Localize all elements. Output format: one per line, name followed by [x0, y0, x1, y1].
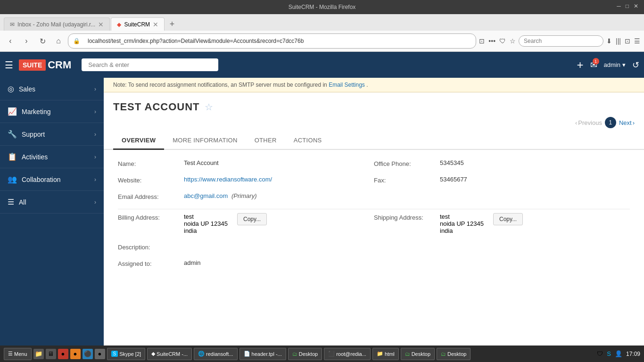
sidebar-item-sales[interactable]: ◎ Sales ›	[0, 78, 104, 100]
sidebar-item-marketing[interactable]: 📈 Marketing ›	[0, 100, 104, 123]
email-settings-link[interactable]: Email Settings	[329, 82, 365, 88]
billing-address-block: test noida UP 12345 india Copy...	[184, 213, 267, 234]
name-label: Name:	[118, 159, 174, 167]
notification-bar: Note: To send record assignment notifica…	[104, 78, 644, 92]
taskbar-desktop3[interactable]: 🗂 Desktop	[437, 348, 471, 360]
taskbar-desktop1[interactable]: 🗂 Desktop	[288, 348, 322, 360]
menu-icon[interactable]: ☰	[634, 37, 640, 45]
section-divider	[118, 209, 630, 209]
account-header: TEST ACCOUNT ☆	[104, 92, 644, 113]
notifications-button[interactable]: ✉ 1	[590, 60, 597, 70]
assigned-to-value: admin	[184, 259, 630, 267]
more-icon[interactable]: •••	[488, 37, 495, 45]
new-tab-button[interactable]: +	[165, 17, 179, 31]
taskbar-suitecrm[interactable]: ◆ SuiteCRM -...	[147, 348, 192, 360]
tab-other[interactable]: OTHER	[246, 132, 285, 150]
favorite-star-icon[interactable]: ☆	[205, 101, 213, 113]
next-button[interactable]: Next ›	[619, 119, 635, 126]
taskbar-menu[interactable]: ☰ Menu	[4, 348, 32, 360]
support-chevron-icon: ›	[94, 131, 96, 138]
copy-billing-button[interactable]: Copy...	[237, 213, 267, 225]
home-button[interactable]: ⌂	[52, 34, 65, 48]
taskbar-menu-icon: ☰	[8, 351, 13, 357]
sidebar: ◎ Sales › 📈 Marketing › 🔧 Support ›	[0, 78, 104, 362]
website-label: Website:	[118, 176, 174, 184]
previous-button[interactable]: ‹ Previous	[575, 119, 602, 126]
browser-tabs: ✉ Inbox - Zoho Mail (udayagiri.r... ✕ ◆ …	[0, 14, 644, 31]
admin-chevron-icon: ▾	[622, 61, 626, 68]
sidebar-item-support[interactable]: 🔧 Support ›	[0, 123, 104, 146]
taskbar-skype[interactable]: S Skype [2]	[107, 348, 146, 360]
taskbar-html-icon: 📁	[377, 351, 383, 357]
taskbar-icon-red1[interactable]: ●	[58, 349, 68, 359]
taskbar-html[interactable]: 📁 html	[372, 348, 399, 360]
taskbar-doc-icon: 📄	[244, 351, 250, 357]
taskbar-filemanager[interactable]: 📁	[33, 349, 44, 359]
activities-chevron-icon: ›	[94, 154, 96, 160]
name-value: Test Account	[184, 159, 374, 167]
taskbar-icon-blue[interactable]: ⚫	[83, 349, 93, 359]
collaboration-chevron-icon: ›	[94, 176, 96, 183]
sidebar-item-all[interactable]: ☰ All ›	[0, 191, 104, 214]
browser-toolbar: ‹ › ↻ ⌂ 🔒 ⊡ ••• 🛡 ☆ ⬇ ||| ⊡ ☰	[0, 31, 644, 52]
forward-button[interactable]: ›	[20, 34, 33, 48]
taskbar-icon-orange[interactable]: ●	[70, 349, 81, 359]
close-tab-zoho[interactable]: ✕	[98, 21, 104, 28]
sidebar-label-collaboration: Collaboration	[22, 176, 61, 183]
refresh-button[interactable]: ↻	[36, 34, 49, 48]
taskbar-header-tpl[interactable]: 📄 header.tpl -...	[239, 348, 286, 360]
all-chevron-icon: ›	[94, 199, 96, 206]
copy-shipping-button[interactable]: Copy...	[493, 213, 523, 225]
taskbar-shield-icon: 🛡	[597, 350, 603, 357]
previous-chevron-icon: ‹	[575, 119, 577, 126]
browser-tab-suitecrm[interactable]: ◆ SuiteCRM ✕	[111, 17, 165, 31]
sidebar-label-marketing: Marketing	[22, 108, 50, 115]
tab-overview[interactable]: OVERVIEW	[113, 132, 164, 150]
close-tab-suite[interactable]: ✕	[153, 21, 158, 28]
taskbar-rediansoft[interactable]: 🌐 rediansoft...	[194, 348, 237, 360]
logo-suite: SUITE	[19, 59, 46, 71]
browser-tab-zohomail[interactable]: ✉ Inbox - Zoho Mail (udayagiri.r... ✕	[4, 17, 110, 31]
taskbar-icon-red2[interactable]: ●	[95, 349, 105, 359]
hamburger-menu[interactable]: ☰	[5, 59, 13, 71]
billing-line2: noida UP 12345	[184, 220, 228, 227]
admin-menu[interactable]: admin ▾	[604, 61, 626, 68]
email-link[interactable]: abc@gmail.com	[184, 192, 228, 199]
taskbar-root[interactable]: ⬛ root@redia...	[324, 348, 371, 360]
refresh-icon[interactable]: ↺	[632, 60, 639, 70]
tab-more-information[interactable]: MORE INFORMATION	[164, 132, 246, 150]
tab-favicon-suite: ◆	[117, 21, 121, 28]
billing-address-label: Billing Address:	[118, 213, 174, 221]
taskbar-desktop2[interactable]: 🗂 Desktop	[401, 348, 435, 360]
marketing-chevron-icon: ›	[94, 108, 96, 115]
bookmarks-icon[interactable]: ⊡	[479, 37, 485, 45]
address-bar[interactable]	[83, 36, 471, 46]
download-icon[interactable]: ⬇	[606, 37, 612, 45]
shield-icon[interactable]: 🛡	[499, 37, 506, 45]
office-phone-value: 5345345	[440, 159, 630, 167]
taskbar-terminal[interactable]: 🖥	[46, 349, 56, 359]
top-search-input[interactable]	[82, 58, 218, 71]
all-icon: ☰	[8, 197, 14, 206]
add-button[interactable]: +	[577, 58, 584, 72]
sidebar-item-collaboration[interactable]: 👥 Collaboration ›	[0, 168, 104, 191]
description-label: Description:	[118, 243, 174, 251]
browser-search-input[interactable]	[519, 35, 603, 47]
taskbar: ☰ Menu 📁 🖥 ● ● ⚫ ● S Skype [2] ◆ SuiteCR…	[0, 346, 644, 362]
assigned-to-label: Assigned to:	[118, 259, 174, 267]
tab-actions[interactable]: ACTIONS	[285, 132, 330, 150]
row-description: Description:	[118, 243, 630, 251]
logo-crm: CRM	[48, 59, 71, 71]
library-icon[interactable]: |||	[616, 37, 621, 45]
shipping-line2: noida UP 12345	[440, 220, 484, 227]
star-bookmark-icon[interactable]: ☆	[510, 37, 516, 45]
back-button[interactable]: ‹	[4, 34, 17, 48]
sync-icon[interactable]: ⊡	[625, 37, 630, 45]
support-icon: 🔧	[8, 130, 17, 139]
row-website-fax: Website: https://www.rediansoftware.com/…	[118, 176, 630, 184]
email-label: Email Address:	[118, 192, 174, 200]
sidebar-item-activities[interactable]: 📋 Activities ›	[0, 146, 104, 168]
pagination-bar: ‹ Previous 1 Next ›	[104, 113, 644, 132]
email-value: abc@gmail.com (Primary)	[184, 192, 374, 200]
website-link[interactable]: https://www.rediansoftware.com/	[184, 176, 272, 183]
